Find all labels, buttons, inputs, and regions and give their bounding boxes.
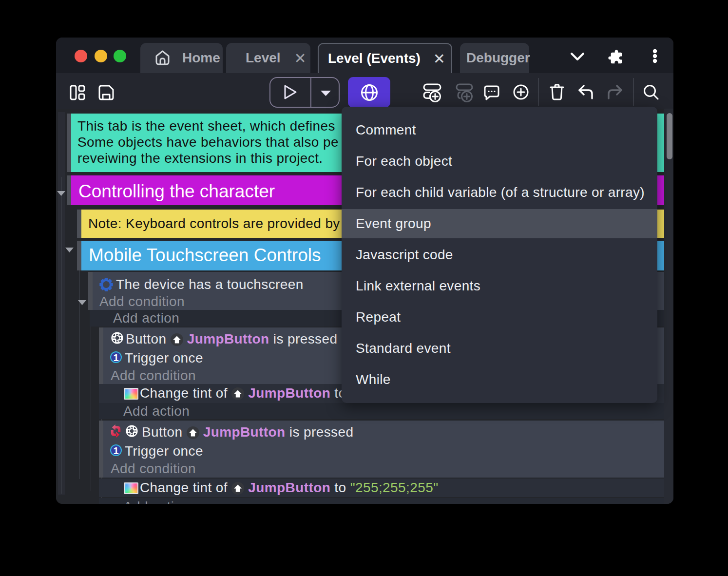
svg-text:1: 1 xyxy=(113,352,118,363)
svg-text:1: 1 xyxy=(113,445,118,456)
